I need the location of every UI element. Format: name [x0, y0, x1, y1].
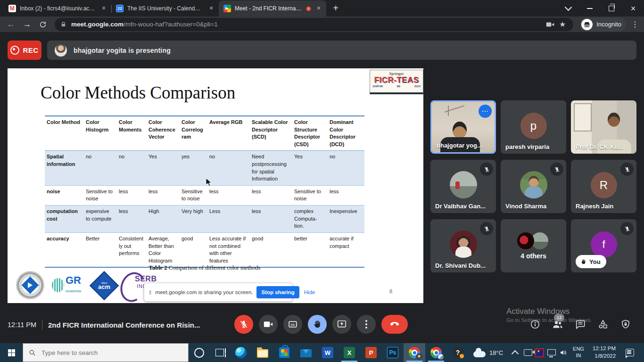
- temperature-label: 18°C: [489, 349, 503, 356]
- address-bar[interactable]: meet.google.com/mfn-wouo-haf?authuser=0&…: [55, 18, 573, 31]
- tile-vaibhav[interactable]: Dr Vaibhav Gan...: [430, 160, 496, 213]
- present-button[interactable]: [332, 315, 351, 334]
- presenting-text: bhajgotar yogita is presenting: [74, 47, 171, 54]
- taskbar-app-chrome-active[interactable]: [404, 343, 425, 362]
- tab-close-icon[interactable]: ×: [100, 5, 107, 12]
- participant-name: Dr Vaibhav Gan...: [435, 203, 486, 210]
- tray-network[interactable]: [545, 343, 557, 362]
- camera-icon: [264, 321, 273, 328]
- bookmark-star-icon[interactable]: ★: [556, 18, 569, 31]
- tab-gmail[interactable]: M Inbox (2) - ficrs4@iisuniv.ac.in - T ×: [4, 0, 111, 16]
- start-button[interactable]: [0, 343, 23, 362]
- taskbar-app-explorer[interactable]: [252, 343, 273, 362]
- tab-calendar[interactable]: 22 The IIS University - Calendar - We ×: [111, 0, 219, 16]
- tile-rajnesh[interactable]: R Rajnesh Jain: [571, 160, 636, 213]
- language-indicator[interactable]: ENG IN: [569, 343, 588, 362]
- tile-prof-ck[interactable]: Prof Dr. CK Ku...: [571, 100, 636, 154]
- tray-app[interactable]: [534, 343, 545, 362]
- tile-you[interactable]: f You: [571, 219, 636, 272]
- drag-handle-icon[interactable]: ‖: [149, 289, 151, 296]
- tab-close-icon[interactable]: ×: [315, 5, 322, 12]
- tile-others[interactable]: 4 others: [501, 219, 566, 272]
- taskbar-app-chrome-2[interactable]: [425, 343, 447, 362]
- taskbar-app-powerpoint[interactable]: P: [360, 343, 382, 362]
- close-window-button[interactable]: ×: [622, 0, 644, 16]
- stop-sharing-button[interactable]: Stop sharing: [256, 286, 299, 298]
- taskbar-app-word[interactable]: W: [317, 343, 339, 362]
- table-header-cell: Color Coherence Vector: [147, 116, 180, 151]
- tab-search-chevron-icon[interactable]: [557, 0, 579, 16]
- file-explorer-icon: [257, 349, 268, 358]
- tray-volume[interactable]: [557, 343, 569, 362]
- others-avatars: [517, 232, 550, 249]
- tile-paresh[interactable]: p paresh virparia: [501, 100, 566, 154]
- maximize-button[interactable]: [601, 0, 622, 16]
- gr-foundation-logo: GR FOUNDATION: [52, 276, 81, 294]
- taskbar-app-excel[interactable]: X: [339, 343, 360, 362]
- camera-in-use-icon[interactable]: [544, 18, 556, 31]
- taskbar-app-mail[interactable]: [295, 343, 317, 362]
- activities-button[interactable]: [597, 319, 609, 330]
- new-tab-button[interactable]: +: [329, 2, 342, 15]
- hand-raised-icon: [580, 259, 586, 265]
- tile-vinod[interactable]: Vinod Sharma: [501, 160, 566, 213]
- host-controls-button[interactable]: [620, 319, 631, 330]
- tray-expand-button[interactable]: [508, 343, 522, 362]
- notification-center-button[interactable]: [620, 343, 639, 362]
- search-input[interactable]: [41, 349, 170, 357]
- taskbar-clock[interactable]: 12:12 PM 1/8/2022: [588, 343, 620, 362]
- task-view-button[interactable]: [209, 343, 230, 362]
- taskbar-app-store[interactable]: [273, 343, 295, 362]
- tab-meet[interactable]: Meet - 2nd FICR Internationa ×: [219, 0, 326, 16]
- captions-button[interactable]: CC: [283, 315, 302, 334]
- tab-title: Inbox (2) - ficrs4@iisuniv.ac.in - T: [20, 5, 96, 12]
- mic-muted-icon: [620, 163, 634, 176]
- ficr-teas-subrow: JAIPUR IIS 2022: [370, 84, 423, 88]
- camera-button[interactable]: [259, 315, 278, 334]
- taskbar-weather[interactable]: 18°C: [469, 343, 508, 362]
- tile-shivani[interactable]: Dr. Shivani Dub...: [430, 219, 496, 272]
- chat-button[interactable]: [575, 319, 586, 330]
- avatar: [450, 171, 477, 198]
- call-controls: CC: [234, 315, 408, 334]
- end-call-button[interactable]: [381, 315, 408, 334]
- table-cell: no: [117, 151, 147, 185]
- cortana-button[interactable]: [189, 343, 209, 362]
- taskbar-search[interactable]: [23, 343, 189, 362]
- tile-bhajgotar[interactable]: ⋯ bhajgotar yog...: [430, 100, 496, 154]
- weather-cloud-icon: [473, 351, 486, 357]
- tile-options-button[interactable]: ⋯: [479, 105, 492, 118]
- more-vert-icon: [365, 320, 367, 329]
- tab-close-icon[interactable]: ×: [207, 5, 215, 12]
- forward-button[interactable]: →: [19, 18, 35, 31]
- help-icon: ?: [453, 347, 463, 358]
- table-cell: yes: [180, 151, 207, 185]
- others-count-label: 4 others: [501, 252, 566, 260]
- table-cell: less: [250, 185, 292, 205]
- taskbar-app-photoshop[interactable]: Ps: [382, 343, 404, 362]
- more-options-button[interactable]: [357, 315, 376, 334]
- taskbar-app-edge[interactable]: [230, 343, 252, 362]
- table-cell: good: [250, 232, 292, 267]
- participant-name: Rajnesh Jain: [576, 203, 613, 210]
- hide-link[interactable]: Hide: [304, 289, 315, 295]
- back-button[interactable]: ←: [3, 18, 19, 31]
- table-cell: Yes: [292, 151, 328, 185]
- participants-button[interactable]: 13: [552, 319, 563, 330]
- share-text: meet.google.com is sharing your screen.: [155, 289, 253, 295]
- raise-hand-button[interactable]: [308, 315, 327, 334]
- avatar: [517, 232, 534, 249]
- reload-button[interactable]: [35, 18, 51, 31]
- taskbar-app-help[interactable]: ?: [447, 343, 469, 362]
- tray-meet-now[interactable]: [522, 343, 534, 362]
- meeting-details-button[interactable]: [529, 319, 541, 330]
- mic-off-button[interactable]: [234, 315, 253, 334]
- search-icon: [29, 349, 36, 356]
- browser-menu-icon[interactable]: ⋮: [629, 20, 641, 29]
- table-row: computation cost expensive to compute le…: [45, 206, 364, 233]
- mic-muted-icon: [480, 222, 493, 235]
- minimize-button[interactable]: [579, 0, 601, 16]
- table-cell: less: [207, 185, 250, 205]
- volume-icon: [560, 349, 567, 356]
- table-cell: noise: [45, 185, 84, 205]
